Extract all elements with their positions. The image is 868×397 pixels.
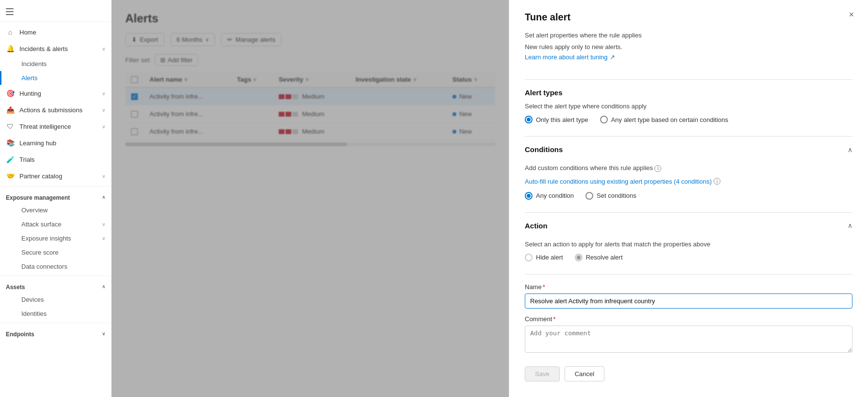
radio-circle-disabled xyxy=(525,254,533,261)
comment-label: Comment* xyxy=(525,315,852,323)
sidebar-item-identities[interactable]: Identities xyxy=(0,307,111,321)
sidebar-item-label: Learning hub xyxy=(19,139,105,147)
sidebar-item-incidents[interactable]: Incidents xyxy=(0,57,111,71)
panel-desc-line1: Set alert properties where the rule appl… xyxy=(525,31,852,40)
conditions-title: Conditions xyxy=(525,145,563,154)
sidebar-item-label: Incidents & alerts xyxy=(19,45,97,52)
autofill-conditions-link[interactable]: Auto-fill rule conditions using existing… xyxy=(525,178,852,185)
radio-only-this-alert-type[interactable]: Only this alert type xyxy=(525,116,588,123)
chevron-down-icon: ∨ xyxy=(102,46,105,52)
sidebar-item-threat-intelligence[interactable]: 🛡 Threat intelligence ∨ xyxy=(0,118,111,135)
sidebar-item-partner-catalog[interactable]: 🤝 Partner catalog ∨ xyxy=(0,168,111,184)
add-conditions-label: Add custom conditions where this rule ap… xyxy=(525,164,852,172)
cancel-button[interactable]: Cancel xyxy=(565,366,604,381)
sidebar-nav: ⌂ Home 🔔 Incidents & alerts ∨ Incidents … xyxy=(0,22,111,397)
sidebar-sub-label: Devices xyxy=(21,296,44,303)
radio-any-alert-type[interactable]: Any alert type based on certain conditio… xyxy=(600,116,728,123)
required-indicator: * xyxy=(553,315,555,323)
sidebar: ⌂ Home 🔔 Incidents & alerts ∨ Incidents … xyxy=(0,0,112,397)
sidebar-sub-label: Overview xyxy=(21,207,48,214)
sidebar-item-home[interactable]: ⌂ Home xyxy=(0,24,111,40)
radio-circle-selected xyxy=(525,192,533,200)
learn-more-link[interactable]: Learn more about alert tuning ↗ xyxy=(525,53,852,61)
assets-section[interactable]: Assets ∧ xyxy=(0,278,111,293)
endpoints-section[interactable]: Endpoints ∨ xyxy=(0,325,111,340)
chevron-down-icon: ∨ xyxy=(102,124,105,129)
conditions-radio-group: Any condition Set conditions xyxy=(525,192,852,200)
divider xyxy=(525,212,852,213)
tune-alert-panel: × Tune alert Set alert properties where … xyxy=(509,0,868,397)
sidebar-item-attack-surface[interactable]: Attack surface ∨ xyxy=(0,217,111,231)
sidebar-item-secure-score[interactable]: Secure score xyxy=(0,245,111,259)
sidebar-item-data-connectors[interactable]: Data connectors xyxy=(0,259,111,274)
incidents-alerts-icon: 🔔 xyxy=(6,44,15,53)
chevron-down-icon[interactable]: ∨ xyxy=(102,331,105,336)
comment-textarea[interactable] xyxy=(525,326,852,353)
hamburger-icon[interactable] xyxy=(4,6,16,17)
sidebar-item-learning-hub[interactable]: 📚 Learning hub xyxy=(0,135,111,151)
learning-icon: 📚 xyxy=(6,138,15,147)
sidebar-sub-label: Attack surface xyxy=(21,221,61,228)
info-icon[interactable]: i xyxy=(714,178,720,185)
close-button[interactable]: × xyxy=(845,8,858,21)
radio-any-condition[interactable]: Any condition xyxy=(525,192,574,200)
chevron-up-icon[interactable]: ∧ xyxy=(848,222,852,229)
actions-icon: 📤 xyxy=(6,105,15,114)
save-button[interactable]: Save xyxy=(525,366,560,381)
sidebar-item-label: Trials xyxy=(19,156,105,163)
sidebar-item-label: Threat intelligence xyxy=(19,123,97,130)
action-subtitle: Select an action to apply for alerts tha… xyxy=(525,241,852,248)
info-icon[interactable]: i xyxy=(654,165,661,172)
sidebar-item-incidents-alerts[interactable]: 🔔 Incidents & alerts ∨ xyxy=(0,40,111,57)
name-input[interactable] xyxy=(525,293,852,309)
trials-icon: 🧪 xyxy=(6,155,15,164)
sidebar-item-hunting[interactable]: 🎯 Hunting ∨ xyxy=(0,85,111,102)
chevron-down-icon: ∨ xyxy=(102,236,105,241)
sidebar-item-label: Partner catalog xyxy=(19,173,97,180)
chevron-up-icon[interactable]: ∧ xyxy=(102,284,105,289)
sidebar-sub-label: Alerts xyxy=(21,74,37,82)
panel-desc-line2: New rules apply only to new alerts. xyxy=(525,42,852,52)
chevron-down-icon: ∨ xyxy=(102,222,105,227)
radio-circle-disabled-filled xyxy=(575,254,583,261)
radio-set-conditions[interactable]: Set conditions xyxy=(585,192,636,200)
panel-footer: Save Cancel xyxy=(525,366,852,381)
chevron-up-icon[interactable]: ∧ xyxy=(848,146,852,154)
radio-circle-selected xyxy=(525,116,533,123)
sidebar-sub-label: Data connectors xyxy=(21,263,67,270)
sidebar-item-trials[interactable]: 🧪 Trials xyxy=(0,151,111,168)
action-section-header: Action ∧ xyxy=(525,222,852,230)
alert-type-radio-group: Only this alert type Any alert type base… xyxy=(525,116,852,123)
sidebar-item-alerts[interactable]: Alerts xyxy=(0,71,111,85)
sidebar-sub-label: Identities xyxy=(21,310,47,317)
sidebar-header xyxy=(0,0,111,22)
sidebar-item-exposure-insights[interactable]: Exposure insights ∨ xyxy=(0,231,111,245)
main-content: Alerts ⬇ Export 6 Months ∨ ✏ Manage aler… xyxy=(112,0,509,397)
sidebar-item-label: Hunting xyxy=(19,90,97,97)
chevron-down-icon: ∨ xyxy=(102,173,105,179)
radio-hide-alert[interactable]: Hide alert xyxy=(525,254,563,261)
sidebar-sub-label: Secure score xyxy=(21,249,59,256)
chevron-up-icon[interactable]: ∧ xyxy=(102,194,105,200)
divider xyxy=(525,274,852,275)
sidebar-sub-label: Exposure insights xyxy=(21,235,71,242)
panel-title: Tune alert xyxy=(525,12,852,23)
home-icon: ⌂ xyxy=(6,28,15,36)
threat-icon: 🛡 xyxy=(6,122,15,131)
sidebar-item-overview[interactable]: Overview xyxy=(0,203,111,217)
action-radio-group: Hide alert Resolve alert xyxy=(525,254,852,261)
hunting-icon: 🎯 xyxy=(6,89,15,98)
sidebar-item-actions-submissions[interactable]: 📤 Actions & submissions ∨ xyxy=(0,102,111,118)
name-label: Name* xyxy=(525,283,852,291)
chevron-down-icon: ∨ xyxy=(102,91,105,96)
divider xyxy=(525,136,852,137)
conditions-section-header: Conditions ∧ xyxy=(525,145,852,154)
radio-resolve-alert[interactable]: Resolve alert xyxy=(575,254,623,261)
sidebar-item-devices[interactable]: Devices xyxy=(0,293,111,307)
partner-icon: 🤝 xyxy=(6,172,15,180)
exposure-management-section[interactable]: Exposure management ∧ xyxy=(0,189,111,203)
alert-types-title: Alert types xyxy=(525,88,852,97)
radio-circle-unselected xyxy=(585,192,593,200)
external-link-icon: ↗ xyxy=(610,53,615,61)
sidebar-item-label: Actions & submissions xyxy=(19,106,97,114)
